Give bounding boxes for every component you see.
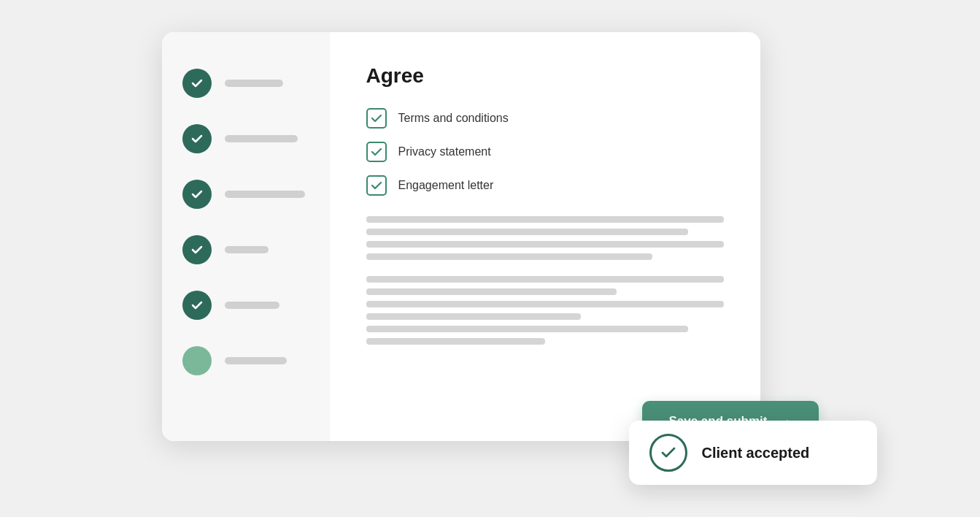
checkbox-box-terms[interactable] [366,108,387,129]
check-terms-icon [371,112,382,124]
text-line [366,229,688,235]
content-area: Agree Terms and conditions [330,32,760,441]
checkbox-terms[interactable]: Terms and conditions [366,108,724,129]
check-circle-icon [659,443,678,462]
sidebar-item-4 [182,235,309,264]
text-line [366,288,617,295]
client-accepted-label: Client accepted [702,445,810,462]
client-accepted-icon [649,434,687,472]
client-accepted-card: Client accepted [629,421,877,485]
sidebar-item-5 [182,291,309,320]
step-circle-2 [182,124,212,153]
sidebar-item-2 [182,124,309,153]
checkbox-box-engagement[interactable] [366,175,387,196]
step-label-3 [225,191,305,198]
step-label-5 [225,302,279,309]
checkbox-box-privacy[interactable] [366,142,387,162]
text-section-2 [366,276,724,345]
text-line [366,253,652,260]
text-line [366,301,724,307]
step-label-2 [225,135,298,142]
check-icon-1 [190,77,204,90]
text-line [366,216,724,223]
checkbox-privacy-label: Privacy statement [398,145,491,158]
check-icon-5 [190,299,204,312]
check-icon-2 [190,132,204,145]
checkbox-group: Terms and conditions Privacy statement [366,108,724,196]
text-line [366,326,688,332]
sidebar-item-6 [182,346,309,375]
step-circle-4 [182,235,212,264]
text-line [366,313,581,320]
main-card: Agree Terms and conditions [162,32,760,441]
checkbox-engagement-label: Engagement letter [398,179,494,192]
step-circle-3 [182,180,212,209]
text-line [366,241,724,248]
checkbox-engagement[interactable]: Engagement letter [366,175,724,196]
step-label-6 [225,357,287,364]
check-icon-3 [190,188,204,201]
checkbox-terms-label: Terms and conditions [398,112,509,125]
text-content [366,216,724,409]
sidebar-item-3 [182,180,309,209]
step-circle-5 [182,291,212,320]
text-section-1 [366,216,724,260]
step-label-1 [225,80,283,87]
text-line [366,338,545,345]
step-circle-1 [182,69,212,98]
sidebar-item-1 [182,69,309,98]
sidebar [162,32,330,441]
step-label-4 [225,246,269,253]
check-engagement-icon [371,180,382,191]
check-privacy-icon [371,146,382,158]
check-icon-4 [190,243,204,256]
checkbox-privacy[interactable]: Privacy statement [366,142,724,162]
page-title: Agree [366,64,724,88]
text-line [366,276,724,283]
step-circle-6 [182,346,212,375]
scene: Agree Terms and conditions [162,32,819,485]
